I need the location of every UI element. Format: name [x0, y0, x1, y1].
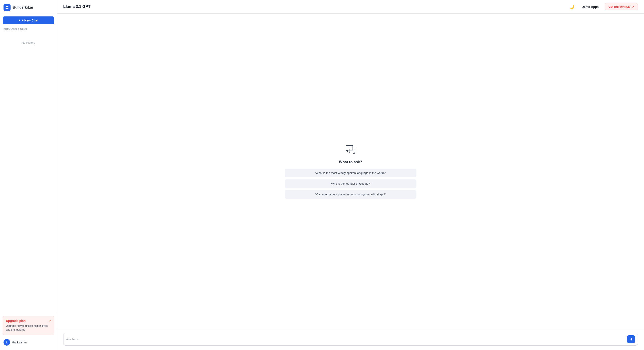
demo-apps-label: Demo Apps — [582, 5, 598, 8]
input-wrapper — [63, 333, 638, 346]
upgrade-arrow-icon: ↗ — [48, 319, 51, 323]
avatar: L — [4, 339, 10, 346]
send-icon — [629, 338, 633, 341]
previous-7-days-label: PREVIOUS 7 DAYS — [3, 28, 54, 30]
new-chat-label: + New Chat — [22, 19, 38, 22]
avatar-initial: L — [6, 341, 8, 344]
external-link-icon: ↗ — [632, 5, 634, 8]
suggestion-pill-3[interactable]: "Can you name a planet in our solar syst… — [285, 190, 416, 199]
input-area — [57, 329, 644, 350]
theme-toggle-button[interactable]: 🌙 — [568, 3, 576, 10]
svg-rect-1 — [7, 6, 8, 7]
chat-bubbles-icon — [345, 144, 356, 156]
plus-icon: + — [18, 19, 20, 22]
upgrade-card-header: Upgrade plan ↗ — [6, 319, 51, 323]
topnav: Llama 3.1 GPT 🌙 Demo Apps Get Builderkit… — [57, 0, 644, 13]
svg-rect-0 — [6, 6, 7, 7]
demo-apps-button[interactable]: Demo Apps — [579, 4, 601, 10]
sidebar-header: Builderkit.ai — [0, 0, 57, 14]
upgrade-card[interactable]: Upgrade plan ↗ Upgrade now to unlock hig… — [3, 316, 54, 335]
no-history-text: No History — [3, 32, 54, 53]
sidebar: Builderkit.ai + + New Chat PREVIOUS 7 DA… — [0, 0, 57, 350]
sidebar-content: + + New Chat PREVIOUS 7 DAYS No History — [0, 14, 57, 313]
upgrade-description: Upgrade now to unlock higher limits and … — [6, 324, 51, 332]
chat-messages: What to ask? "What is the most widely sp… — [57, 13, 644, 329]
suggestion-pills: "What is the most widely spoken language… — [285, 169, 416, 199]
send-button[interactable] — [627, 335, 635, 343]
page-title: Llama 3.1 GPT — [63, 4, 90, 9]
logo-icon — [4, 4, 10, 11]
main-area: Llama 3.1 GPT 🌙 Demo Apps Get Builderkit… — [57, 0, 644, 350]
suggestion-pill-1[interactable]: "What is the most widely spoken language… — [285, 169, 416, 177]
get-builderkit-button[interactable]: Get Builderkit.ai ↗ — [605, 3, 638, 10]
new-chat-button[interactable]: + + New Chat — [3, 16, 54, 24]
empty-state: What to ask? "What is the most widely sp… — [285, 144, 416, 199]
get-builderkit-label: Get Builderkit.ai — [608, 5, 630, 8]
chat-input[interactable] — [66, 338, 625, 341]
chat-area: What to ask? "What is the most widely sp… — [57, 13, 644, 350]
user-profile[interactable]: L the Learner — [3, 337, 54, 347]
svg-rect-2 — [6, 8, 7, 9]
empty-state-title: What to ask? — [339, 160, 362, 164]
theme-icon: 🌙 — [570, 4, 574, 9]
user-name: the Learner — [12, 341, 27, 344]
svg-rect-3 — [7, 8, 8, 9]
brand-name: Builderkit.ai — [13, 5, 33, 9]
topnav-right: 🌙 Demo Apps Get Builderkit.ai ↗ — [568, 3, 638, 10]
sidebar-footer: Upgrade plan ↗ Upgrade now to unlock hig… — [0, 313, 57, 350]
upgrade-title: Upgrade plan — [6, 319, 26, 323]
suggestion-pill-2[interactable]: "Who is the founder of Google?" — [285, 179, 416, 188]
svg-rect-5 — [349, 149, 355, 153]
